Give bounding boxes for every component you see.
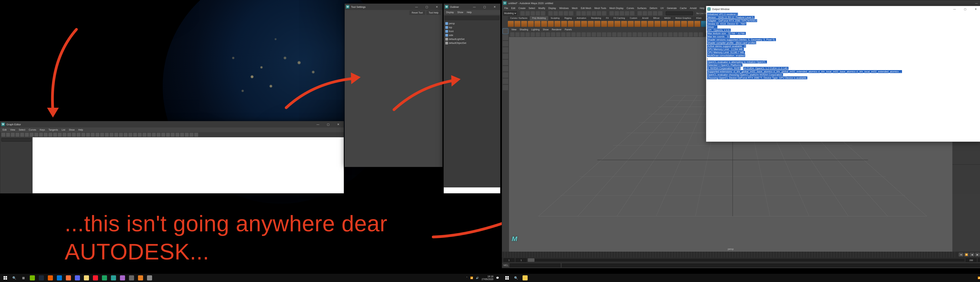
graph-editor-tool-40[interactable]	[189, 133, 194, 137]
maya-titlebar[interactable]: M untitled* - Autodesk Maya 2020: untitl…	[502, 0, 980, 6]
maya-menu-modify[interactable]: Modify	[537, 6, 547, 10]
output-window-titlebar[interactable]: M Output Window — ▢ ✕	[706, 6, 980, 12]
panel-tool-22[interactable]	[622, 32, 627, 36]
outliner-menu-show[interactable]: Show	[456, 11, 465, 14]
panel-tool-36[interactable]	[694, 32, 698, 36]
output-window-body[interactable]: Initialized VP2.0 renderer { Version : 2…	[706, 12, 980, 142]
maya-menu-windows[interactable]: Windows	[558, 6, 570, 10]
shelf-icon-15[interactable]	[608, 21, 614, 27]
toolbox-tool-2[interactable]	[503, 41, 508, 46]
graph-editor-tool-10[interactable]	[48, 133, 52, 137]
taskbar-app-vlc[interactable]	[55, 274, 64, 282]
shelf-icon-4[interactable]	[535, 21, 540, 27]
close-button[interactable]: ✕	[334, 121, 343, 127]
panel-menu-lighting[interactable]: Lighting	[530, 28, 541, 31]
outliner-menu-help[interactable]: Help	[465, 11, 473, 14]
maximize-button[interactable]: ▢	[961, 6, 970, 12]
maximize-button[interactable]: ▢	[324, 121, 332, 127]
toolbox-tool-4[interactable]	[503, 54, 508, 59]
maya-menu-deform[interactable]: Deform	[648, 6, 659, 10]
shelf-tab-arnold[interactable]: Arnold	[640, 16, 651, 21]
statusline-button-10[interactable]	[576, 11, 581, 16]
taskbar-app-edge[interactable]	[64, 274, 73, 282]
panel-tool-0[interactable]	[510, 32, 514, 36]
graph-editor-tool-19[interactable]	[91, 133, 95, 137]
play-start-field[interactable]: 1	[515, 258, 527, 262]
outliner-item-persp[interactable]: persp	[444, 22, 500, 25]
maya-menu-surfaces[interactable]: Surfaces	[636, 6, 648, 10]
shelf-icon-3[interactable]	[528, 21, 534, 27]
graph-editor-toolbar[interactable]	[0, 132, 344, 137]
panel-tool-3[interactable]	[525, 32, 530, 36]
graph-editor-tool-37[interactable]	[175, 133, 179, 137]
panel-tool-14[interactable]	[582, 32, 586, 36]
close-button[interactable]: ✕	[490, 4, 499, 10]
taskbar-app-obs[interactable]	[136, 274, 145, 282]
minimize-button[interactable]: —	[972, 0, 980, 6]
shelf-icon-24[interactable]	[668, 21, 674, 27]
command-input[interactable]	[510, 263, 560, 267]
shelf-tab-rigging[interactable]: Rigging	[562, 16, 574, 21]
outliner-item-side[interactable]: side	[444, 33, 500, 37]
panel-tool-13[interactable]	[576, 32, 581, 36]
graph-editor-window[interactable]: M Graph Editor — ▢ ✕ EditViewSelectCurve…	[0, 121, 344, 193]
taskbar-app-discord[interactable]	[82, 274, 91, 282]
graph-editor-tool-7[interactable]	[34, 133, 38, 137]
outliner-titlebar[interactable]: M Outliner — ▢ ✕	[444, 4, 500, 10]
graph-editor-menu-tangents[interactable]: Tangents	[47, 128, 60, 131]
playback-button-2[interactable]: ◀	[970, 253, 974, 257]
statusline-button-11[interactable]	[582, 11, 586, 16]
graph-editor-tool-30[interactable]	[143, 133, 146, 137]
statusline-button-13[interactable]	[592, 11, 596, 16]
toolbox-tool-1[interactable]	[503, 35, 508, 40]
tray-network-icon[interactable]: 📶	[470, 277, 473, 279]
shelf-icon-5[interactable]	[541, 21, 547, 27]
shelf-tab-rendering[interactable]: Rendering	[589, 16, 603, 21]
graph-editor-tool-13[interactable]	[62, 133, 67, 137]
range-thumb[interactable]	[528, 258, 535, 262]
panel-tool-23[interactable]	[627, 32, 632, 36]
graph-editor-menu-view[interactable]: View	[9, 128, 17, 131]
graph-editor-tool-26[interactable]	[124, 133, 127, 137]
graph-editor-menu-help[interactable]: Help	[76, 128, 85, 131]
graph-editor-tool-3[interactable]	[16, 133, 19, 137]
panel-tool-10[interactable]	[561, 32, 565, 36]
graph-editor-menu-show[interactable]: Show	[67, 128, 76, 131]
graph-editor-tool-25[interactable]	[119, 133, 123, 137]
tool-settings-tab-tool-help[interactable]: Tool Help	[426, 11, 441, 15]
maya-menu-cache[interactable]: Cache	[678, 6, 688, 10]
graph-editor-search[interactable]	[2, 138, 31, 142]
taskbar-app-substance[interactable]	[127, 274, 136, 282]
panel-menu-panels[interactable]: Panels	[563, 28, 573, 31]
graph-editor-tool-31[interactable]	[147, 133, 151, 137]
shelf-tab-motion-graphics[interactable]: Motion Graphics	[673, 16, 694, 21]
maximize-button[interactable]: ▢	[480, 4, 489, 10]
statusline-button-22[interactable]	[643, 11, 647, 16]
shelf-icon-10[interactable]	[574, 21, 581, 27]
panel-tool-6[interactable]	[541, 32, 545, 36]
toolbox-tool-3[interactable]	[503, 47, 508, 53]
shelf-tab-animation[interactable]: Animation	[574, 16, 589, 21]
statusline-button-0[interactable]	[520, 11, 525, 16]
statusline-button-17[interactable]	[615, 11, 619, 16]
shelf-icon-0[interactable]	[508, 21, 514, 27]
toolbox-tool-7[interactable]	[503, 72, 508, 78]
graph-editor-tool-29[interactable]	[138, 133, 142, 137]
graph-editor-tool-6[interactable]	[30, 133, 33, 137]
maya-menu-uv[interactable]: UV	[659, 6, 665, 10]
panel-tool-26[interactable]	[643, 32, 647, 36]
graph-editor-curve-area[interactable]	[33, 137, 344, 193]
search-button[interactable]: 🔍	[10, 274, 19, 282]
graph-editor-menu-curves[interactable]: Curves	[27, 128, 38, 131]
outliner-item-front[interactable]: front	[444, 30, 500, 33]
selection-field[interactable]	[666, 11, 693, 15]
graph-editor-titlebar[interactable]: M Graph Editor — ▢ ✕	[0, 121, 344, 127]
minimize-button[interactable]: —	[412, 4, 421, 10]
panel-tool-27[interactable]	[648, 32, 652, 36]
outliner-menu-display[interactable]: Display	[444, 11, 455, 14]
statusline-button-18[interactable]	[620, 11, 624, 16]
maya-menu-display[interactable]: Display	[547, 6, 558, 10]
panel-tool-24[interactable]	[633, 32, 637, 36]
outliner-search[interactable]	[444, 16, 500, 20]
graph-editor-tool-24[interactable]	[114, 133, 118, 137]
